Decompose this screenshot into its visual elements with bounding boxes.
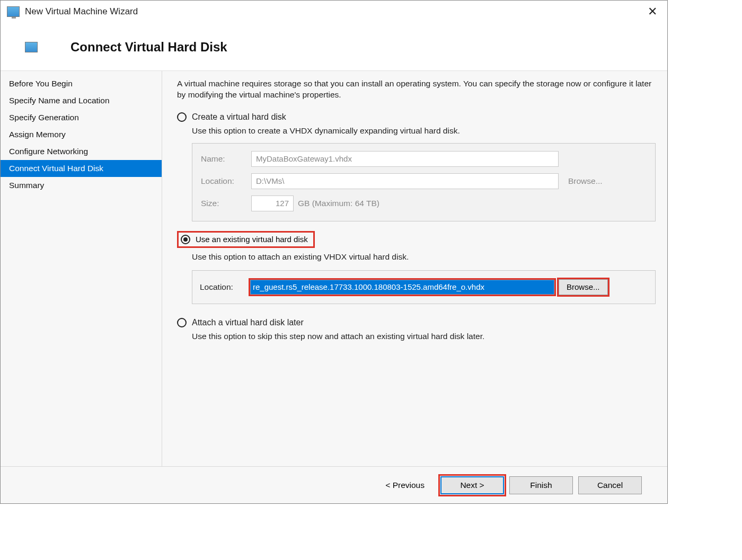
cancel-button[interactable]: Cancel xyxy=(578,476,642,494)
wizard-window: New Virtual Machine Wizard ✕ Connect Vir… xyxy=(0,0,668,504)
option-create-desc: Use this option to create a VHDX dynamic… xyxy=(192,126,656,136)
finish-button[interactable]: Finish xyxy=(509,476,573,494)
header: Connect Virtual Hard Disk xyxy=(1,23,667,70)
sidebar-item-summary[interactable]: Summary xyxy=(1,177,162,194)
sidebar-item-connect-vhd[interactable]: Connect Virtual Hard Disk xyxy=(1,160,162,177)
option-attach-later: Attach a virtual hard disk later Use thi… xyxy=(177,318,656,341)
existing-browse-button[interactable]: Browse... xyxy=(559,279,608,295)
location-label: Location: xyxy=(201,176,251,186)
create-browse-button: Browse... xyxy=(568,176,603,186)
wizard-footer: < Previous Next > Finish Cancel xyxy=(1,466,667,503)
option-later-desc: Use this option to skip this step now an… xyxy=(192,332,656,341)
radio-existing-vhd-label: Use an existing virtual hard disk xyxy=(196,235,308,244)
radio-create-vhd-label: Create a virtual hard disk xyxy=(192,112,286,122)
vm-wizard-icon xyxy=(7,6,20,17)
radio-attach-later-label: Attach a virtual hard disk later xyxy=(192,318,304,327)
sidebar-item-assign-memory[interactable]: Assign Memory xyxy=(1,126,162,143)
radio-existing-vhd[interactable] xyxy=(181,235,190,244)
close-icon[interactable]: ✕ xyxy=(642,1,663,22)
option-create-vhd: Create a virtual hard disk Use this opti… xyxy=(177,112,656,221)
window-title: New Virtual Machine Wizard xyxy=(25,6,642,17)
name-input xyxy=(251,151,559,167)
page-title: Connect Virtual Hard Disk xyxy=(70,40,227,55)
size-unit: GB (Maximum: 64 TB) xyxy=(298,199,379,208)
existing-location-label: Location: xyxy=(200,282,250,292)
size-label: Size: xyxy=(201,199,251,208)
name-label: Name: xyxy=(201,154,251,164)
option-existing-vhd: Use an existing virtual hard disk Use th… xyxy=(177,231,656,304)
wizard-sidebar: Before You Begin Specify Name and Locati… xyxy=(1,71,162,466)
intro-text: A virtual machine requires storage so th… xyxy=(177,78,656,101)
header-monitor-icon xyxy=(25,42,38,52)
option-existing-highlight: Use an existing virtual hard disk xyxy=(177,231,315,248)
previous-button[interactable]: < Previous xyxy=(375,476,435,494)
existing-vhd-fieldset: Location: Browse... xyxy=(192,270,656,304)
size-input xyxy=(251,195,294,211)
sidebar-item-specify-name[interactable]: Specify Name and Location xyxy=(1,92,162,109)
content-pane: A virtual machine requires storage so th… xyxy=(162,71,667,466)
radio-create-vhd[interactable] xyxy=(177,112,187,122)
next-button[interactable]: Next > xyxy=(440,476,504,494)
existing-location-input[interactable] xyxy=(250,280,554,295)
titlebar: New Virtual Machine Wizard ✕ xyxy=(1,1,667,23)
create-vhd-fieldset: Name: Location: Browse... Size: GB (Maxi… xyxy=(192,143,656,221)
sidebar-item-before-you-begin[interactable]: Before You Begin xyxy=(1,75,162,92)
sidebar-item-configure-networking[interactable]: Configure Networking xyxy=(1,143,162,160)
create-location-input xyxy=(251,173,559,189)
sidebar-item-specify-generation[interactable]: Specify Generation xyxy=(1,109,162,126)
option-existing-desc: Use this option to attach an existing VH… xyxy=(192,252,656,262)
radio-attach-later[interactable] xyxy=(177,318,187,327)
